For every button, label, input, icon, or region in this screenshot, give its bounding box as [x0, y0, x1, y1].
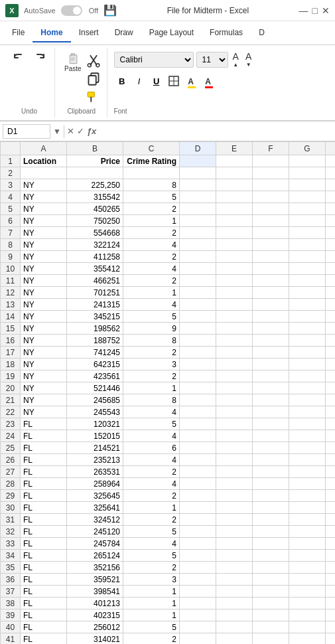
cell-d16[interactable] [180, 335, 216, 347]
cell-g15[interactable] [289, 323, 326, 335]
tab-draw[interactable]: Draw [107, 24, 141, 42]
cell-reference-box[interactable]: D1 [3, 124, 50, 139]
col-header-h[interactable]: H [326, 142, 336, 155]
cell-a8[interactable]: NY [21, 239, 67, 251]
cell-d13[interactable] [180, 299, 216, 311]
cell-a30[interactable]: FL [21, 502, 67, 514]
cell-g29[interactable] [289, 490, 326, 502]
cell-e16[interactable] [216, 335, 253, 347]
cell-b35[interactable]: 352156 [67, 562, 123, 574]
cell-g22[interactable] [289, 406, 326, 418]
cell-b8[interactable]: 322124 [67, 239, 123, 251]
cell-h9[interactable] [326, 251, 336, 263]
cut-button[interactable] [86, 53, 101, 69]
cell-f14[interactable] [253, 311, 289, 323]
cell-g27[interactable] [289, 466, 326, 478]
cell-b11[interactable]: 466251 [67, 275, 123, 287]
cell-b2[interactable] [67, 167, 123, 179]
cell-h19[interactable] [326, 370, 336, 382]
cell-d20[interactable] [180, 382, 216, 394]
cell-e32[interactable] [216, 526, 253, 538]
cell-f25[interactable] [253, 442, 289, 454]
cell-e20[interactable] [216, 382, 253, 394]
cell-g6[interactable] [289, 215, 326, 227]
cell-f26[interactable] [253, 454, 289, 466]
confirm-formula-icon[interactable]: ✓ [77, 126, 84, 136]
cell-f21[interactable] [253, 394, 289, 406]
cell-f41[interactable] [253, 633, 289, 645]
cell-d41[interactable] [180, 633, 216, 645]
cell-e29[interactable] [216, 490, 253, 502]
cell-f1[interactable] [253, 155, 289, 167]
cell-h27[interactable] [326, 466, 336, 478]
cell-c2[interactable] [123, 167, 180, 179]
tab-insert[interactable]: Insert [71, 24, 107, 42]
cell-g3[interactable] [289, 179, 326, 191]
cell-f20[interactable] [253, 382, 289, 394]
cell-g40[interactable] [289, 621, 326, 633]
cell-c22[interactable]: 4 [123, 406, 180, 418]
cell-d33[interactable] [180, 538, 216, 550]
cell-e13[interactable] [216, 299, 253, 311]
cell-g8[interactable] [289, 239, 326, 251]
cell-b36[interactable]: 359521 [67, 574, 123, 586]
cell-f30[interactable] [253, 502, 289, 514]
cell-c19[interactable]: 2 [123, 370, 180, 382]
cell-a39[interactable]: FL [21, 609, 67, 621]
cell-c7[interactable]: 2 [123, 227, 180, 239]
cell-d6[interactable] [180, 215, 216, 227]
cell-f39[interactable] [253, 609, 289, 621]
cell-b33[interactable]: 245784 [67, 538, 123, 550]
cell-a17[interactable]: NY [21, 347, 67, 359]
cell-h33[interactable] [326, 538, 336, 550]
cell-h8[interactable] [326, 239, 336, 251]
cell-d26[interactable] [180, 454, 216, 466]
cell-e39[interactable] [216, 609, 253, 621]
cell-h20[interactable] [326, 382, 336, 394]
cell-d28[interactable] [180, 478, 216, 490]
copy-button[interactable] [86, 71, 101, 87]
cell-h2[interactable] [326, 167, 336, 179]
cell-b3[interactable]: 225,250 [67, 179, 123, 191]
cell-e8[interactable] [216, 239, 253, 251]
increase-font-button[interactable]: A▲ [231, 50, 241, 68]
cell-h6[interactable] [326, 215, 336, 227]
cell-e19[interactable] [216, 370, 253, 382]
cell-a1[interactable]: Location [21, 155, 67, 167]
format-painter-button[interactable] [86, 89, 101, 105]
undo-button[interactable] [9, 50, 28, 66]
cell-f23[interactable] [253, 418, 289, 430]
cell-a5[interactable]: NY [21, 203, 67, 215]
cell-a26[interactable]: FL [21, 454, 67, 466]
cell-d39[interactable] [180, 609, 216, 621]
cell-g25[interactable] [289, 442, 326, 454]
minimize-icon[interactable]: — [299, 5, 308, 16]
cell-b30[interactable]: 325641 [67, 502, 123, 514]
cell-h21[interactable] [326, 394, 336, 406]
cell-b32[interactable]: 245120 [67, 526, 123, 538]
cell-a23[interactable]: FL [21, 418, 67, 430]
cell-e26[interactable] [216, 454, 253, 466]
cell-c29[interactable]: 2 [123, 490, 180, 502]
cell-g14[interactable] [289, 311, 326, 323]
cell-d4[interactable] [180, 191, 216, 203]
cell-d32[interactable] [180, 526, 216, 538]
cell-g18[interactable] [289, 359, 326, 370]
cell-d14[interactable] [180, 311, 216, 323]
cell-a24[interactable]: FL [21, 430, 67, 442]
cell-c30[interactable]: 1 [123, 502, 180, 514]
cell-b23[interactable]: 120321 [67, 418, 123, 430]
cell-g33[interactable] [289, 538, 326, 550]
cell-c32[interactable]: 5 [123, 526, 180, 538]
cell-g17[interactable] [289, 347, 326, 359]
cell-d12[interactable] [180, 287, 216, 299]
cell-d35[interactable] [180, 562, 216, 574]
cell-a36[interactable]: FL [21, 574, 67, 586]
cell-f22[interactable] [253, 406, 289, 418]
cell-f37[interactable] [253, 586, 289, 598]
cell-e33[interactable] [216, 538, 253, 550]
cell-g38[interactable] [289, 598, 326, 609]
cell-f29[interactable] [253, 490, 289, 502]
cell-a32[interactable]: FL [21, 526, 67, 538]
cell-c40[interactable]: 5 [123, 621, 180, 633]
